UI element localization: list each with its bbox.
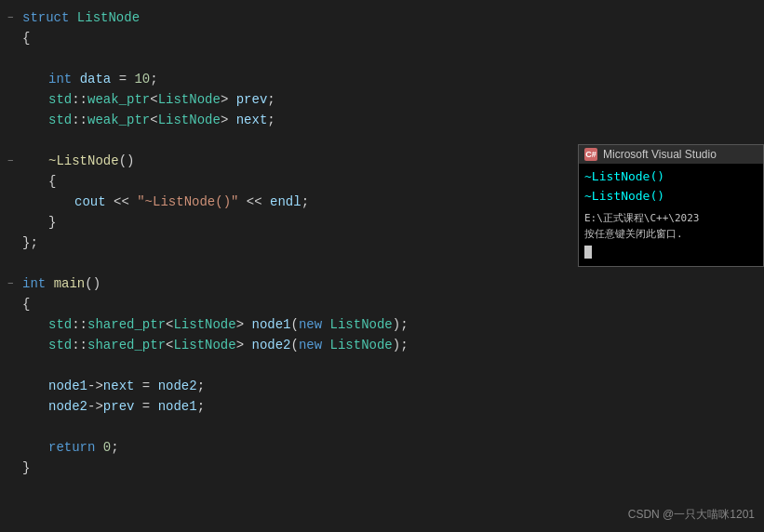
console-titlebar: C# Microsoft Visual Studio (579, 145, 763, 164)
token-plain: ); (393, 338, 409, 352)
token-kw-std: std (48, 113, 72, 127)
watermark: CSDN @一只大喵咪1201 (628, 507, 755, 523)
code-line: std::weak_ptr<ListNode> prev; (0, 89, 577, 110)
token-kw-blue: new (299, 317, 322, 332)
token-kw-std: std (48, 317, 72, 332)
token-kw-std: std (48, 338, 72, 352)
code-line: std::shared_ptr<ListNode> node2(new List… (0, 335, 577, 355)
token-kw-class: ListNode (330, 338, 393, 352)
token-plain: ( (291, 317, 299, 332)
console-prompt: 按任意键关闭此窗口. (584, 226, 757, 243)
token-plain: = (111, 72, 134, 86)
collapse-indicator[interactable]: − (7, 12, 22, 23)
token-plain: :: (72, 113, 87, 127)
console-content: ~ListNode() ~ListNode() E:\正式课程\C++\2023… (579, 164, 763, 266)
code-line: node1->next = node2; (0, 376, 577, 396)
token-kw-type: weak_ptr (87, 92, 150, 107)
token-plain: () (85, 276, 101, 291)
token-plain: < (150, 92, 157, 107)
token-member: prev (103, 399, 135, 414)
token-plain: < (150, 113, 157, 127)
code-line: } (0, 212, 577, 233)
code-line (0, 130, 577, 151)
token-plain: () (119, 153, 135, 168)
token-kw-type: weak_ptr (87, 113, 150, 127)
token-plain: > (221, 92, 236, 107)
token-plain: ; (267, 113, 275, 127)
code-line: } (0, 458, 577, 478)
collapse-indicator[interactable]: − (7, 155, 22, 166)
token-plain: > (236, 317, 252, 332)
token-plain (322, 317, 329, 332)
code-line: return 0; (0, 437, 577, 458)
token-plain (72, 72, 79, 86)
token-str: "~ListNode()" (137, 194, 238, 209)
token-kw-blue: new (299, 338, 322, 352)
console-path: E:\正式课程\C++\2023 (584, 210, 757, 227)
token-member: next (236, 113, 268, 127)
token-kw-type: shared_ptr (87, 317, 166, 332)
vs-icon: C# (584, 148, 597, 161)
token-member: prev (236, 92, 268, 107)
token-member: node1 (251, 317, 290, 332)
token-plain (95, 440, 102, 455)
token-plain: << (238, 194, 270, 209)
token-plain: ; (267, 92, 275, 107)
token-kw-blue: int (22, 276, 46, 291)
code-line (0, 48, 577, 69)
code-line: std::weak_ptr<ListNode> next; (0, 110, 577, 130)
token-kw-blue: struct (22, 10, 69, 25)
token-kw-class: ListNode (330, 317, 393, 332)
editor-area: −struct ListNode{ int data = 10;std::wea… (0, 0, 764, 532)
token-plain: :: (72, 338, 87, 352)
token-kw-class: ListNode (158, 113, 221, 127)
token-member: next (103, 379, 135, 393)
token-num: 0 (103, 440, 111, 455)
token-kw-class: ListNode (77, 10, 140, 25)
token-plain: ; (150, 72, 157, 86)
token-kw-func: main (54, 276, 86, 291)
token-member: node1 (158, 399, 197, 414)
token-plain (69, 10, 76, 25)
token-plain: :: (72, 317, 87, 332)
token-kw-type: shared_ptr (87, 338, 166, 352)
token-plain: ; (302, 194, 309, 209)
token-plain: } (22, 460, 30, 475)
token-plain: ( (291, 338, 299, 352)
token-plain: { (48, 174, 56, 189)
token-plain: = (134, 379, 157, 393)
console-line-2: ~ListNode() (584, 187, 757, 206)
code-line: }; (0, 233, 577, 253)
token-plain: } (48, 215, 56, 230)
code-line: cout << "~ListNode()" << endl; (0, 192, 577, 212)
code-line (0, 355, 577, 376)
token-plain: ; (111, 440, 118, 455)
token-member: node1 (48, 379, 87, 393)
token-plain: { (22, 297, 30, 312)
token-plain: > (236, 338, 252, 352)
code-line: node2->prev = node1; (0, 396, 577, 417)
console-cursor-line (584, 243, 757, 262)
code-line: −int main() (0, 273, 577, 294)
token-kw-class: ListNode (173, 338, 235, 352)
token-num: 10 (134, 72, 150, 86)
token-macro: endl (270, 194, 302, 209)
console-title: Microsoft Visual Studio (603, 148, 717, 161)
token-kw-blue: return (48, 440, 95, 455)
token-plain: << (106, 194, 138, 209)
token-tilde: ListNode (56, 153, 118, 168)
token-plain: ; (197, 379, 205, 393)
token-kw-std: std (48, 92, 72, 107)
token-kw-blue: int (48, 72, 72, 86)
console-cursor (584, 246, 592, 259)
token-member: node2 (251, 338, 290, 352)
code-line: { (0, 28, 577, 48)
code-line (0, 253, 577, 273)
token-member: node2 (158, 379, 197, 393)
token-macro: cout (74, 194, 106, 209)
token-member: node2 (48, 399, 87, 414)
token-tilde: ~ (48, 153, 56, 168)
collapse-indicator[interactable]: − (7, 278, 22, 289)
code-line: −~ListNode() (0, 151, 577, 171)
token-plain: -> (87, 379, 103, 393)
